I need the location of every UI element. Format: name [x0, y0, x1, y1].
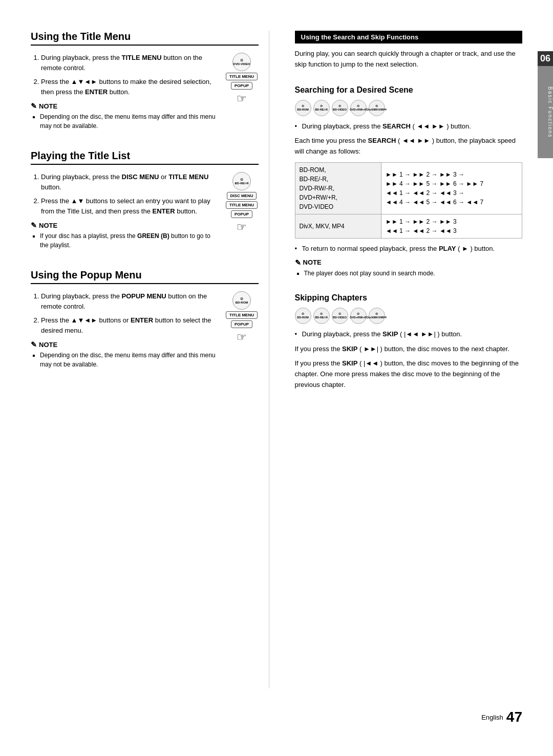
- note-list: The player does not play sound in search…: [295, 269, 523, 278]
- bold-text: SKIP: [342, 359, 357, 367]
- section-search-skip: Using the Search and Skip Functions Duri…: [295, 31, 523, 70]
- note-block: NOTE Depending on the disc, the menu ite…: [31, 340, 220, 369]
- note-block-search: NOTE The player does not play sound in s…: [295, 258, 523, 278]
- popup-button-3: POPUP: [231, 320, 252, 328]
- title-list-heading: Playing the Title List: [31, 150, 259, 165]
- bold-text: SEARCH: [382, 122, 411, 130]
- bold-text: SKIP: [342, 345, 357, 353]
- hand-icon: ☞: [237, 92, 247, 105]
- skip-para-2: If you press the SKIP ( |◄◄ ) button, th…: [295, 358, 523, 390]
- note-label: NOTE: [31, 221, 220, 229]
- search-bullet-1: During playback, press the SEARCH ( ◄◄ ►…: [295, 121, 523, 132]
- search-skip-heading: Using the Search and Skip Functions: [295, 31, 523, 44]
- page: 06 Basic Functions Using the Title Menu …: [0, 0, 553, 756]
- left-column: Using the Title Menu During playback, pr…: [31, 31, 269, 688]
- note-list: Depending on the disc, the menu items ma…: [31, 112, 220, 131]
- title-menu-steps: During playback, press the TITLE MENU bu…: [31, 53, 259, 135]
- title-menu-button-3: TITLE MENU: [226, 311, 258, 319]
- bd-rom-icon: ⊙BD-ROM: [295, 100, 311, 116]
- popup-menu-heading: Using the Popup Menu: [31, 269, 259, 284]
- title-menu-button-2: TITLE MENU: [226, 201, 258, 209]
- skip-bullet-1: During playback, press the SKIP ( |◄◄ ►►…: [295, 329, 523, 340]
- divx-mkv-icon-2: ⊙DivX/MKV/MP4: [369, 308, 385, 324]
- table-cell-value: ►► 1 → ►► 2 → ►► 3 → ►► 4 → ►► 5 → ►► 6 …: [381, 162, 522, 214]
- icon-label: ⊙: [240, 58, 243, 62]
- search-bullet-2: To return to normal speed playback, pres…: [295, 244, 523, 254]
- hand-icon-2: ☞: [237, 221, 247, 234]
- bold-text: TITLE MENU: [122, 54, 162, 61]
- list-item: Depending on the disc, the menu items ma…: [40, 351, 220, 369]
- bold-text: PLAY: [439, 245, 456, 252]
- bold-text: TITLE MENU: [168, 173, 208, 181]
- page-number-label: English: [481, 714, 503, 721]
- bd-rom-disc-icon: ⊙ BD-ROM: [232, 291, 251, 310]
- chapter-number: 06: [538, 51, 553, 66]
- table-cell-label: DivX, MKV, MP4: [295, 214, 381, 238]
- title-list-list: During playback, press the DISC MENU or …: [31, 172, 220, 216]
- remote-button-group: ⊙ DVD-VIDEO TITLE MENU POPUP ☞: [225, 53, 259, 105]
- bd-re-r-icon-2: ⊙BD-RE/-R: [313, 308, 330, 324]
- bold-text: ENTER: [153, 207, 175, 215]
- note-label: NOTE: [31, 340, 220, 349]
- section-skipping: Skipping Chapters ⊙BD-ROM ⊙BD-RE/-R ⊙BD-…: [295, 293, 523, 391]
- popup-menu-list: During playback, press the POPUP MENU bu…: [31, 291, 220, 335]
- bold-text: SEARCH: [368, 137, 396, 144]
- note-block: NOTE If your disc has a playlist, press …: [31, 221, 220, 250]
- disc-icons-row: ⊙BD-ROM ⊙BD-RE/-R ⊙BD-VIDEO ⊙DVD+RW/+R ⊙…: [295, 100, 523, 116]
- section-title-list: Playing the Title List During playback, …: [31, 150, 259, 254]
- section-popup-menu: Using the Popup Menu During playback, pr…: [31, 269, 259, 373]
- list-item: Depending on the disc, the menu items ma…: [40, 112, 220, 131]
- page-number: 47: [506, 709, 522, 725]
- bold-text: GREEN (B): [137, 232, 169, 240]
- table-row: DivX, MKV, MP4 ►► 1 → ►► 2 → ►► 3 ◄◄ 1 →…: [295, 214, 522, 238]
- icon-label: ⊙: [240, 297, 243, 301]
- bd-video-icon-2: ⊙BD-VIDEO: [332, 308, 348, 324]
- chapter-sidebar: 06 Basic Functions: [538, 51, 553, 158]
- popup-menu-step-content: During playback, press the POPUP MENU bu…: [31, 291, 220, 373]
- dvd-video-disc-icon: ⊙ DVD-VIDEO: [232, 53, 251, 71]
- dvd-rw-icon-2: ⊙DVD+RW/+R: [350, 308, 367, 324]
- bold-text: POPUP MENU: [122, 292, 166, 300]
- search-skip-intro: During play, you can search quickly thro…: [295, 49, 523, 70]
- title-menu-step-content: During playback, press the TITLE MENU bu…: [31, 53, 220, 135]
- remote-button-group-3: ⊙ BD-ROM TITLE MENU POPUP ☞: [225, 291, 259, 344]
- title-menu-heading: Using the Title Menu: [31, 31, 259, 46]
- main-content: Using the Title Menu During playback, pr…: [31, 31, 522, 688]
- disc-label: BD-ROM: [236, 301, 248, 305]
- search-speed-table: BD-ROM,BD-RE/-R,DVD-RW/-R,DVD+RW/+R,DVD-…: [295, 162, 523, 239]
- list-item: Press the ▲▼◄► buttons or ENTER button t…: [41, 315, 220, 335]
- page-number-area: English 47: [31, 704, 522, 725]
- section-searching: Searching for a Desired Scene ⊙BD-ROM ⊙B…: [295, 85, 523, 278]
- searching-heading: Searching for a Desired Scene: [295, 85, 523, 95]
- popup-button-2: POPUP: [231, 210, 252, 218]
- bd-video-icon: ⊙BD-VIDEO: [332, 100, 348, 116]
- table-row: BD-ROM,BD-RE/-R,DVD-RW/-R,DVD+RW/+R,DVD-…: [295, 162, 522, 214]
- bold-text: ENTER: [131, 316, 153, 324]
- disc-icons-row-2: ⊙BD-ROM ⊙BD-RE/-R ⊙BD-VIDEO ⊙DVD+RW/+R ⊙…: [295, 308, 523, 324]
- bold-text: DISC MENU: [122, 173, 159, 181]
- list-item: If your disc has a playlist, press the G…: [40, 231, 220, 250]
- title-menu-list: During playback, press the TITLE MENU bu…: [31, 53, 220, 97]
- disc-label: DVD-VIDEO: [233, 62, 250, 66]
- note-list: Depending on the disc, the menu items ma…: [31, 351, 220, 369]
- note-label: NOTE: [31, 102, 220, 110]
- popup-button: POPUP: [231, 82, 252, 90]
- list-item: During playback, press the POPUP MENU bu…: [41, 291, 220, 311]
- chapter-label: Basic Functions: [538, 66, 553, 158]
- icon-label: ⊙: [240, 178, 243, 182]
- table-cell-value: ►► 1 → ►► 2 → ►► 3 ◄◄ 1 → ◄◄ 2 → ◄◄ 3: [381, 214, 522, 238]
- disc-menu-button: DISC MENU: [227, 192, 257, 200]
- skipping-heading: Skipping Chapters: [295, 293, 523, 303]
- hand-icon-3: ☞: [237, 331, 247, 344]
- bd-re-r-icon: ⊙BD-RE/-R: [313, 100, 330, 116]
- note-block: NOTE Depending on the disc, the menu ite…: [31, 102, 220, 131]
- bd-rom-icon-2: ⊙BD-ROM: [295, 308, 311, 324]
- popup-menu-steps: During playback, press the POPUP MENU bu…: [31, 291, 259, 373]
- title-list-step-content: During playback, press the DISC MENU or …: [31, 172, 220, 254]
- dvd-rw-icon: ⊙DVD+RW/+R: [350, 100, 367, 116]
- list-item: The player does not play sound in search…: [304, 269, 523, 278]
- disc-label: BD-RE/-R: [235, 182, 249, 185]
- remote-button-group-2: ⊙ BD-RE/-R DISC MENU TITLE MENU POPUP ☞: [225, 172, 259, 234]
- title-list-steps: During playback, press the DISC MENU or …: [31, 172, 259, 254]
- section-title-menu: Using the Title Menu During playback, pr…: [31, 31, 259, 135]
